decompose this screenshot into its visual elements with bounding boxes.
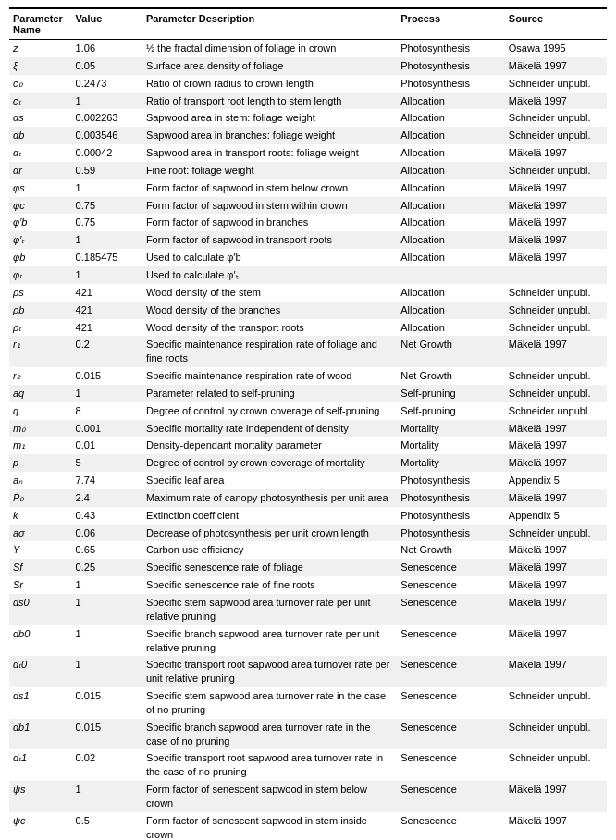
table-cell: 0.5 bbox=[72, 812, 142, 840]
table-cell: Specific stem sapwood area turnover rate… bbox=[142, 594, 397, 625]
table-cell: Schneider unpubl. bbox=[505, 75, 607, 93]
table-cell: Photosynthesis bbox=[397, 525, 505, 542]
table-cell: Density-dependant mortality parameter bbox=[142, 437, 397, 454]
table-cell: 1 bbox=[72, 93, 142, 110]
table-cell: Net Growth bbox=[397, 336, 505, 367]
header-description: Parameter Description bbox=[142, 8, 397, 40]
table-cell: Photosynthesis bbox=[397, 472, 505, 489]
table-row: φₜ1Used to calculate φ′ₜ bbox=[9, 266, 607, 284]
table-cell: Allocation bbox=[397, 179, 505, 197]
table-cell: Specific leaf area bbox=[142, 472, 397, 489]
table-cell: ρₜ bbox=[9, 319, 72, 337]
table-row: ψc0.5Form factor of senescent sapwood in… bbox=[9, 812, 607, 840]
table-row: z1.06½ the fractal dimension of foliage … bbox=[9, 40, 607, 57]
table-row: αb0.003546Sapwood area in branches: foli… bbox=[9, 127, 607, 144]
table-cell: 0.003546 bbox=[72, 127, 142, 144]
table-cell: Form factor of sapwood in transport root… bbox=[142, 231, 397, 249]
table-cell: Photosynthesis bbox=[397, 489, 505, 507]
table-cell: Degree of control by crown coverage of m… bbox=[142, 454, 397, 472]
table-row: ds10.015Specific stem sapwood area turno… bbox=[9, 687, 607, 719]
table-cell: q bbox=[9, 402, 72, 420]
table-cell: 5 bbox=[72, 454, 142, 472]
table-row: aσ0.06Decrease of photosynthesis per uni… bbox=[9, 525, 607, 542]
table-cell: Allocation bbox=[397, 231, 505, 249]
table-cell: 1 bbox=[72, 266, 142, 284]
table-cell: Mäkelä 1997 bbox=[505, 144, 607, 162]
table-cell: Mäkelä 1997 bbox=[505, 57, 607, 75]
table-cell: Senescence bbox=[397, 687, 505, 719]
table-cell: Specific transport root sapwood area tur… bbox=[142, 656, 397, 687]
table-cell: Photosynthesis bbox=[397, 75, 505, 93]
table-cell: Senescence bbox=[397, 812, 505, 840]
table-cell: 1 bbox=[72, 656, 142, 687]
table-cell: ψc bbox=[9, 812, 72, 840]
table-cell: 1.06 bbox=[72, 40, 142, 57]
table-row: db10.015Specific branch sapwood area tur… bbox=[9, 719, 607, 750]
table-header-row: Parameter Name Value Parameter Descripti… bbox=[9, 8, 607, 40]
table-row: aₙ7.74Specific leaf areaPhotosynthesisAp… bbox=[9, 472, 607, 489]
table-cell: p bbox=[9, 454, 72, 472]
table-cell: 1 bbox=[72, 594, 142, 625]
table-row: ρb421Wood density of the branchesAllocat… bbox=[9, 302, 607, 319]
table-cell: Ratio of transport root length to stem l… bbox=[142, 93, 397, 110]
table-row: cₜ1Ratio of transport root length to ste… bbox=[9, 93, 607, 110]
table-cell: Mortality bbox=[397, 437, 505, 454]
table-cell: 1 bbox=[72, 625, 142, 657]
table-row: φc0.75Form factor of sapwood in stem wit… bbox=[9, 197, 607, 215]
table-cell: 1 bbox=[72, 231, 142, 249]
table-cell: Specific transport root sapwood area tur… bbox=[142, 749, 397, 781]
table-cell: Schneider unpubl. bbox=[505, 402, 607, 420]
table-row: Sr1Specific senescence rate of fine root… bbox=[9, 576, 607, 594]
table-cell: Allocation bbox=[397, 144, 505, 162]
table-cell: P₀ bbox=[9, 489, 72, 507]
table-cell: m₁ bbox=[9, 437, 72, 454]
table-cell: 0.65 bbox=[72, 541, 142, 559]
table-cell: Allocation bbox=[397, 109, 505, 127]
table-row: Y0.65Carbon use efficiencyNet GrowthMäke… bbox=[9, 541, 607, 559]
table-cell: Allocation bbox=[397, 284, 505, 302]
table-cell: Mäkelä 1997 bbox=[505, 625, 607, 657]
table-cell: aσ bbox=[9, 525, 72, 542]
table-cell: 0.01 bbox=[72, 437, 142, 454]
table-cell: Parameter related to self-pruning bbox=[142, 385, 397, 402]
table-cell: Mäkelä 1997 bbox=[505, 179, 607, 197]
table-cell: Senescence bbox=[397, 576, 505, 594]
table-cell: 0.2473 bbox=[72, 75, 142, 93]
header-process: Process bbox=[397, 8, 505, 40]
table-row: αₜ0.00042Sapwood area in transport roots… bbox=[9, 144, 607, 162]
table-cell: Photosynthesis bbox=[397, 40, 505, 57]
table-row: q8Degree of control by crown coverage of… bbox=[9, 402, 607, 420]
table-cell: αr bbox=[9, 162, 72, 179]
table-row: ξ0.05Surface area density of foliagePhot… bbox=[9, 57, 607, 75]
table-row: αr0.59Fine root: foliage weightAllocatio… bbox=[9, 162, 607, 179]
table-row: db01Specific branch sapwood area turnove… bbox=[9, 625, 607, 657]
table-row: φ′b0.75Form factor of sapwood in branche… bbox=[9, 214, 607, 231]
table-cell: Schneider unpubl. bbox=[505, 109, 607, 127]
table-cell: aₙ bbox=[9, 472, 72, 489]
table-cell: z bbox=[9, 40, 72, 57]
table-cell: Allocation bbox=[397, 127, 505, 144]
table-cell: cₜ bbox=[9, 93, 72, 110]
table-cell: 1 bbox=[72, 385, 142, 402]
table-cell: Schneider unpubl. bbox=[505, 127, 607, 144]
table-cell: Allocation bbox=[397, 214, 505, 231]
table-cell: Senescence bbox=[397, 781, 505, 812]
table-cell: Self-pruning bbox=[397, 402, 505, 420]
table-cell: Maximum rate of canopy photosynthesis pe… bbox=[142, 489, 397, 507]
table-cell: Mäkelä 1997 bbox=[505, 420, 607, 438]
table-cell: Mäkelä 1997 bbox=[505, 454, 607, 472]
table-cell: φ′b bbox=[9, 214, 72, 231]
table-cell: Form factor of senescent sapwood in stem… bbox=[142, 812, 397, 840]
table-cell: Photosynthesis bbox=[397, 507, 505, 525]
table-cell: φ′ₜ bbox=[9, 231, 72, 249]
table-cell: ds1 bbox=[9, 687, 72, 719]
table-row: k0.43Extinction coefficientPhotosynthesi… bbox=[9, 507, 607, 525]
table-cell: Specific branch sapwood area turnover ra… bbox=[142, 719, 397, 750]
table-row: P₀2.4Maximum rate of canopy photosynthes… bbox=[9, 489, 607, 507]
main-container: Parameter Name Value Parameter Descripti… bbox=[0, 0, 616, 840]
table-cell: Allocation bbox=[397, 249, 505, 266]
table-cell: Mäkelä 1997 bbox=[505, 812, 607, 840]
table-cell: Form factor of sapwood in branches bbox=[142, 214, 397, 231]
table-cell: Carbon use efficiency bbox=[142, 541, 397, 559]
table-row: ρₜ421Wood density of the transport roots… bbox=[9, 319, 607, 337]
